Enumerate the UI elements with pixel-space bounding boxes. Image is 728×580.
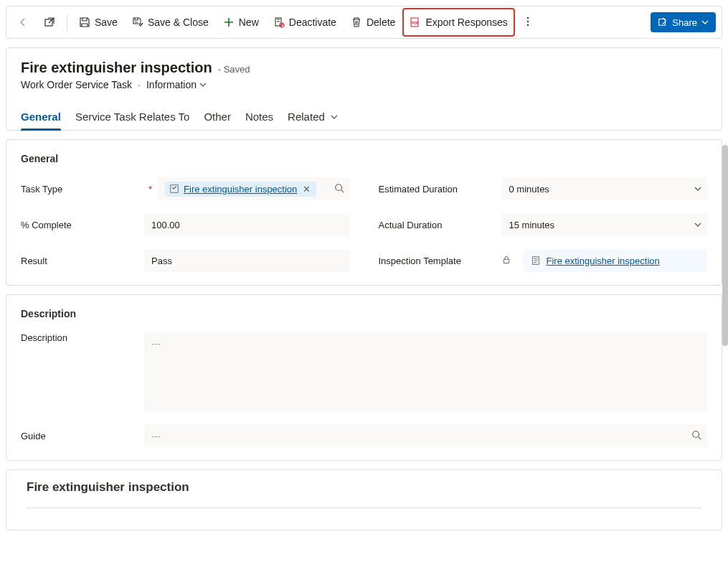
tab-relates-to[interactable]: Service Task Relates To — [75, 105, 190, 130]
chevron-down-icon — [701, 17, 709, 28]
share-button[interactable]: Share — [651, 12, 716, 32]
description-section-title: Description — [21, 308, 707, 319]
template-icon — [531, 256, 541, 266]
chevron-down-icon — [199, 81, 207, 88]
back-button[interactable] — [12, 9, 35, 35]
tab-notes[interactable]: Notes — [245, 105, 273, 130]
form-header-card: Fire extinguisher inspection - Saved Wor… — [6, 47, 722, 131]
save-close-icon — [132, 17, 143, 28]
actual-duration-field[interactable]: 15 minutes — [502, 213, 708, 236]
separator-dot: · — [138, 79, 141, 90]
tab-related[interactable]: Related — [288, 105, 338, 130]
save-close-label: Save & Close — [148, 17, 209, 28]
task-type-lookup[interactable]: Fire extinguisher inspection ✕ — [158, 177, 349, 200]
description-field[interactable]: --- — [144, 332, 707, 411]
chevron-down-icon — [694, 184, 701, 195]
guide-field[interactable]: --- — [144, 424, 707, 447]
share-icon — [658, 17, 668, 29]
share-label: Share — [672, 17, 697, 28]
chevron-down-icon — [694, 220, 701, 230]
page-title: Fire extinguisher inspection — [21, 60, 212, 76]
more-vertical-icon — [522, 16, 534, 29]
form-selector[interactable]: Information — [146, 79, 207, 90]
percent-complete-label: % Complete — [21, 220, 136, 230]
saved-tag: - Saved — [218, 64, 250, 75]
overflow-menu-button[interactable] — [516, 9, 539, 35]
save-button[interactable]: Save — [73, 9, 123, 35]
general-section-card: General Task Type * Fire extinguisher in… — [6, 139, 722, 286]
tab-other[interactable]: Other — [204, 105, 231, 130]
svg-point-12 — [693, 431, 699, 437]
svg-rect-10 — [504, 259, 509, 263]
chevron-down-icon — [331, 111, 338, 123]
estimated-duration-label: Estimated Duration — [379, 184, 493, 195]
open-in-new-window-button[interactable] — [38, 9, 61, 35]
search-icon[interactable] — [691, 430, 701, 442]
new-label: New — [239, 17, 259, 28]
separator — [67, 14, 67, 30]
inspection-template-link[interactable]: Fire extinguisher inspection — [547, 256, 660, 266]
deactivate-icon — [273, 17, 285, 28]
svg-point-7 — [527, 24, 529, 25]
delete-button[interactable]: Delete — [345, 9, 401, 35]
inspection-template-label: Inspection Template — [379, 256, 493, 266]
lock-icon — [502, 256, 511, 266]
result-field[interactable]: Pass — [144, 249, 350, 272]
form-name: Information — [146, 79, 197, 90]
save-close-button[interactable]: Save & Close — [126, 9, 214, 35]
svg-point-6 — [527, 20, 529, 22]
tab-general[interactable]: General — [21, 105, 61, 130]
service-task-icon — [169, 184, 179, 194]
plus-icon — [223, 17, 235, 28]
popout-icon — [44, 17, 55, 28]
guide-label: Guide — [21, 431, 136, 441]
result-label: Result — [21, 256, 136, 266]
scrollbar[interactable] — [722, 145, 728, 346]
divider — [27, 508, 701, 508]
inspection-responses-card: Fire extinguisher inspection — [6, 469, 722, 530]
arrow-left-icon — [18, 17, 29, 28]
svg-point-5 — [527, 17, 529, 18]
svg-rect-8 — [171, 185, 179, 193]
task-type-label: Task Type — [21, 184, 136, 195]
trash-icon — [351, 17, 362, 28]
inspection-title: Fire extinguisher inspection — [6, 470, 722, 508]
task-type-pill[interactable]: Fire extinguisher inspection ✕ — [165, 182, 316, 197]
estimated-duration-field[interactable]: 0 minutes — [502, 177, 708, 200]
deactivate-label: Deactivate — [289, 17, 336, 28]
description-section-card: Description Description --- Guide --- — [6, 294, 722, 461]
remove-task-type-icon[interactable]: ✕ — [301, 184, 312, 195]
new-button[interactable]: New — [217, 9, 265, 35]
svg-point-9 — [335, 184, 341, 190]
description-label: Description — [21, 332, 136, 343]
save-icon — [79, 17, 90, 28]
export-responses-button[interactable]: PDF Export Responses — [404, 9, 513, 35]
entity-name: Work Order Service Task — [21, 79, 132, 90]
pdf-icon: PDF — [410, 17, 421, 28]
tab-list: General Service Task Relates To Other No… — [21, 105, 707, 130]
required-marker: * — [148, 184, 152, 195]
search-icon[interactable] — [334, 183, 344, 195]
save-label: Save — [95, 17, 118, 28]
general-section-title: General — [21, 153, 707, 164]
task-type-link[interactable]: Fire extinguisher inspection — [184, 184, 297, 195]
delete-label: Delete — [367, 17, 395, 28]
inspection-template-lookup[interactable]: Fire extinguisher inspection — [524, 249, 708, 272]
percent-complete-field[interactable]: 100.00 — [144, 213, 350, 236]
command-bar: Save Save & Close New Deactivate Delete — [6, 6, 722, 39]
svg-text:PDF: PDF — [412, 21, 419, 25]
deactivate-button[interactable]: Deactivate — [268, 9, 342, 35]
actual-duration-label: Actual Duration — [379, 220, 493, 230]
export-responses-label: Export Responses — [425, 17, 507, 28]
